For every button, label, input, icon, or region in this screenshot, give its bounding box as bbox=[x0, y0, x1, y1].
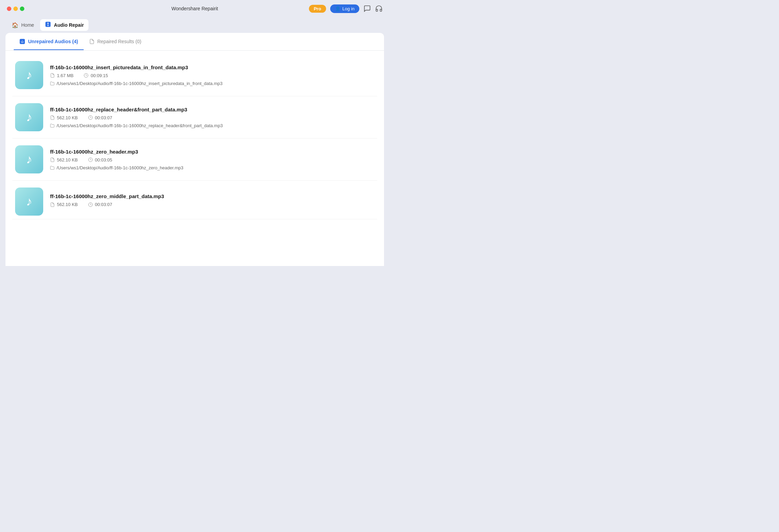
file-duration-item: 00:03:07 bbox=[88, 115, 112, 120]
title-bar-right: Pro 👤 Log in bbox=[309, 4, 383, 13]
file-duration-item: 00:03:07 bbox=[88, 202, 112, 207]
tabs: Unrepaired Audios (4) Repaired Results (… bbox=[5, 33, 384, 51]
title-bar: Wondershare Repairit Pro 👤 Log in bbox=[0, 0, 389, 17]
file-path: /Users/ws1/Desktop/Audio/ff-16b-1c-16000… bbox=[50, 81, 374, 86]
file-size: 562.10 KB bbox=[57, 157, 78, 162]
file-size-item: 562.10 KB bbox=[50, 202, 78, 207]
music-note-icon: ♪ bbox=[26, 68, 32, 82]
file-path-text: /Users/ws1/Desktop/Audio/ff-16b-1c-16000… bbox=[57, 165, 183, 170]
unrepaired-icon bbox=[19, 38, 25, 45]
tab-repaired[interactable]: Repaired Results (0) bbox=[84, 34, 147, 50]
clock-icon bbox=[88, 157, 93, 162]
file-path-text: /Users/ws1/Desktop/Audio/ff-16b-1c-16000… bbox=[57, 81, 223, 86]
window-controls bbox=[7, 7, 24, 11]
user-icon: 👤 bbox=[335, 6, 340, 11]
list-item: ♪ ff-16b-1c-16000hz_zero_header.mp3 562.… bbox=[12, 138, 377, 181]
repaired-label: Repaired Results (0) bbox=[97, 39, 141, 44]
home-icon: 🏠 bbox=[12, 22, 19, 28]
file-size-icon bbox=[50, 202, 55, 207]
file-path-text: /Users/ws1/Desktop/Audio/ff-16b-1c-16000… bbox=[57, 123, 223, 128]
file-path: /Users/ws1/Desktop/Audio/ff-16b-1c-16000… bbox=[50, 123, 374, 128]
audio-repair-label: Audio Repair bbox=[54, 22, 84, 28]
minimize-button[interactable] bbox=[13, 7, 18, 11]
app-title: Wondershare Repairit bbox=[171, 6, 218, 11]
file-thumbnail: ♪ bbox=[15, 61, 43, 89]
sidebar-item-home[interactable]: 🏠 Home bbox=[7, 20, 39, 31]
audio-repair-icon bbox=[45, 21, 51, 29]
file-duration-item: 00:03:05 bbox=[88, 157, 112, 162]
traffic-lights bbox=[7, 7, 24, 11]
file-thumbnail: ♪ bbox=[15, 188, 43, 216]
list-item: ♪ ff-16b-1c-16000hz_replace_header&front… bbox=[12, 96, 377, 138]
music-note-icon: ♪ bbox=[26, 194, 32, 209]
unrepaired-label: Unrepaired Audios (4) bbox=[28, 39, 78, 44]
list-item: ♪ ff-16b-1c-16000hz_zero_middle_part_dat… bbox=[12, 181, 377, 219]
folder-icon bbox=[50, 166, 55, 170]
file-meta: 562.10 KB 00:03:07 bbox=[50, 115, 374, 120]
file-duration: 00:09:15 bbox=[91, 73, 108, 78]
nav-bar: 🏠 Home Audio Repair bbox=[0, 17, 389, 33]
file-size-icon bbox=[50, 73, 55, 78]
main-content: Unrepaired Audios (4) Repaired Results (… bbox=[5, 33, 384, 266]
clock-icon bbox=[84, 73, 88, 78]
file-name: ff-16b-1c-16000hz_insert_picturedata_in_… bbox=[50, 64, 374, 70]
file-details: ff-16b-1c-16000hz_insert_picturedata_in_… bbox=[50, 64, 374, 86]
file-size-icon bbox=[50, 157, 55, 162]
file-list: ♪ ff-16b-1c-16000hz_insert_picturedata_i… bbox=[5, 51, 384, 266]
file-duration-item: 00:09:15 bbox=[84, 73, 108, 78]
file-details: ff-16b-1c-16000hz_zero_header.mp3 562.10… bbox=[50, 149, 374, 170]
file-thumbnail: ♪ bbox=[15, 145, 43, 173]
folder-icon bbox=[50, 81, 55, 86]
clock-icon bbox=[88, 115, 93, 120]
file-details: ff-16b-1c-16000hz_zero_middle_part_data.… bbox=[50, 193, 374, 210]
file-meta: 1.67 MB 00:09:15 bbox=[50, 73, 374, 78]
file-details: ff-16b-1c-16000hz_replace_header&front_p… bbox=[50, 107, 374, 128]
file-size-item: 562.10 KB bbox=[50, 157, 78, 162]
file-meta: 562.10 KB 00:03:07 bbox=[50, 202, 374, 207]
file-duration: 00:03:07 bbox=[95, 202, 112, 207]
repaired-icon bbox=[89, 39, 95, 44]
file-duration: 00:03:07 bbox=[95, 115, 112, 120]
music-note-icon: ♪ bbox=[26, 152, 32, 167]
chat-button[interactable] bbox=[363, 5, 371, 12]
file-size-item: 562.10 KB bbox=[50, 115, 78, 120]
file-thumbnail: ♪ bbox=[15, 103, 43, 131]
tab-unrepaired[interactable]: Unrepaired Audios (4) bbox=[14, 34, 84, 50]
file-size: 1.67 MB bbox=[57, 73, 73, 78]
file-name: ff-16b-1c-16000hz_zero_middle_part_data.… bbox=[50, 193, 374, 199]
home-label: Home bbox=[21, 22, 34, 28]
list-item: ♪ ff-16b-1c-16000hz_insert_picturedata_i… bbox=[12, 54, 377, 96]
file-size: 562.10 KB bbox=[57, 202, 78, 207]
file-size-icon bbox=[50, 115, 55, 120]
close-button[interactable] bbox=[7, 7, 11, 11]
maximize-button[interactable] bbox=[20, 7, 24, 11]
sidebar-item-audio-repair[interactable]: Audio Repair bbox=[40, 19, 88, 31]
pro-badge[interactable]: Pro bbox=[309, 5, 326, 13]
file-path: /Users/ws1/Desktop/Audio/ff-16b-1c-16000… bbox=[50, 165, 374, 170]
headphone-button[interactable] bbox=[375, 5, 383, 12]
file-name: ff-16b-1c-16000hz_replace_header&front_p… bbox=[50, 107, 374, 112]
music-note-icon: ♪ bbox=[26, 110, 32, 124]
file-name: ff-16b-1c-16000hz_zero_header.mp3 bbox=[50, 149, 374, 155]
file-size: 562.10 KB bbox=[57, 115, 78, 120]
clock-icon bbox=[88, 202, 93, 207]
file-duration: 00:03:05 bbox=[95, 157, 112, 162]
login-button[interactable]: 👤 Log in bbox=[330, 4, 359, 13]
folder-icon bbox=[50, 123, 55, 128]
file-size-item: 1.67 MB bbox=[50, 73, 73, 78]
file-meta: 562.10 KB 00:03:05 bbox=[50, 157, 374, 162]
